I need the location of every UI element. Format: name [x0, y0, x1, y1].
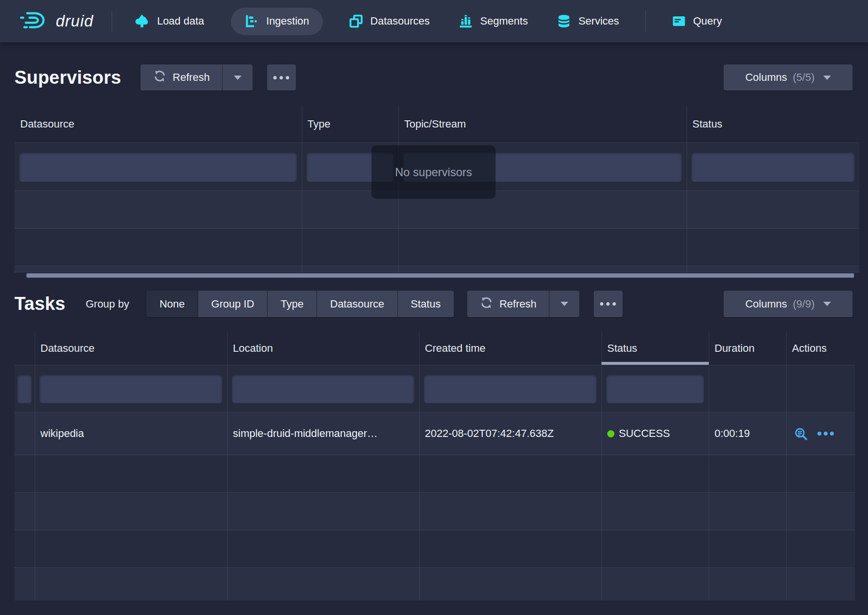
columns-count: (9/9): [793, 298, 815, 310]
nav-item-label: Load data: [157, 15, 204, 27]
chevron-down-icon: [823, 76, 831, 80]
column-header-status[interactable]: Status: [601, 332, 709, 365]
nav-item-label: Ingestion: [266, 15, 309, 27]
no-supervisors-overlay: No supervisors: [371, 145, 496, 199]
column-header-datasource[interactable]: Datasource: [35, 332, 227, 365]
supervisors-columns-button[interactable]: Columns (5/5): [724, 64, 853, 90]
column-header-created-time[interactable]: Created time: [419, 332, 601, 365]
column-header-blank[interactable]: [14, 332, 35, 365]
duration-cell: 0:00:19: [709, 412, 786, 455]
supervisors-refresh-group: Refresh: [140, 64, 253, 90]
refresh-label: Refresh: [499, 298, 536, 310]
group-by-datasource-button[interactable]: Datasource: [317, 291, 397, 317]
group-by-segmented-control: None Group ID Type Datasource Status: [146, 291, 453, 317]
task-detail-magnifier-icon[interactable]: [794, 427, 808, 441]
refresh-icon: [153, 69, 166, 86]
column-header-type[interactable]: Type: [302, 105, 398, 142]
no-supervisors-message: No supervisors: [395, 166, 472, 179]
tasks-columns-button[interactable]: Columns (9/9): [724, 291, 853, 317]
status-success-dot: [607, 430, 614, 437]
group-by-label: Group by: [86, 298, 129, 310]
supervisors-toolbar: Supervisors Refresh Columns: [14, 64, 853, 90]
group-by-group-id-button[interactable]: Group ID: [198, 291, 267, 317]
tasks-refresh-button[interactable]: Refresh: [467, 291, 549, 317]
column-header-topic-stream[interactable]: Topic/Stream: [398, 105, 687, 142]
group-by-none-button[interactable]: None: [146, 291, 198, 317]
tasks-refresh-group: Refresh: [467, 291, 579, 317]
tasks-status-filter-input[interactable]: [606, 374, 704, 403]
sort-indicator: [601, 362, 709, 365]
navbar-divider: [645, 11, 646, 32]
more-icon: [600, 302, 603, 306]
supervisors-horizontal-scrollbar[interactable]: [26, 273, 854, 278]
group-by-type-button[interactable]: Type: [268, 291, 317, 317]
database-icon: [557, 14, 571, 28]
application-icon: [672, 14, 686, 28]
nav-item-label: Datasources: [370, 15, 430, 27]
nav-item-label: Services: [578, 15, 619, 27]
navbar-divider: [112, 11, 112, 32]
empty-table-row: [14, 493, 855, 530]
supervisors-title: Supervisors: [14, 67, 121, 88]
tasks-refresh-dropdown-button[interactable]: [549, 291, 579, 317]
row-index-cell: [14, 412, 35, 455]
task-actions-more-icon[interactable]: [817, 432, 834, 436]
actions-cell: [786, 412, 855, 455]
tasks-blank-filter-input[interactable]: [17, 374, 32, 403]
supervisors-refresh-dropdown-button[interactable]: [222, 64, 253, 90]
more-icon: [280, 76, 283, 79]
column-header-datasource[interactable]: Datasource: [14, 105, 302, 142]
datasource-cell: wikipedia: [35, 412, 227, 455]
status-label: SUCCESS: [619, 427, 670, 440]
task-row-wikipedia: wikipedia simple-druid-middlemanager… 20…: [14, 412, 855, 455]
navbar: druid Load data: [0, 0, 868, 42]
columns-label: Columns: [745, 71, 787, 84]
tasks-datasource-filter-input[interactable]: [39, 374, 222, 403]
stacked-chart-icon: [459, 14, 473, 28]
columns-label: Columns: [745, 298, 787, 310]
empty-table-row: [14, 568, 855, 601]
supervisors-more-button[interactable]: [267, 64, 296, 90]
druid-logo[interactable]: druid: [19, 10, 93, 32]
stacked-squares-icon: [349, 14, 363, 28]
nav-item-datasources[interactable]: Datasources: [345, 14, 434, 28]
tasks-toolbar: Tasks Group by None Group ID Type Dataso…: [14, 291, 853, 317]
column-header-status-label: Status: [607, 342, 637, 355]
empty-table-row: [14, 266, 859, 272]
column-header-duration[interactable]: Duration: [709, 332, 786, 365]
cloud-upload-icon: [134, 13, 150, 29]
group-by-status-button[interactable]: Status: [398, 291, 454, 317]
supervisors-status-filter-input[interactable]: [691, 152, 855, 182]
column-header-actions[interactable]: Actions: [786, 332, 855, 365]
nav-item-label: Query: [693, 15, 722, 27]
tasks-created-time-filter-input[interactable]: [424, 374, 597, 403]
chevron-down-icon: [234, 76, 242, 80]
column-header-location[interactable]: Location: [227, 332, 419, 365]
more-icon: [606, 302, 610, 306]
nav-item-query[interactable]: Query: [668, 14, 726, 28]
columns-count: (5/5): [793, 71, 815, 84]
druid-logo-icon: [19, 10, 49, 32]
supervisors-refresh-button[interactable]: Refresh: [140, 64, 222, 90]
logo-text: druid: [56, 12, 93, 30]
nav-item-segments[interactable]: Segments: [455, 14, 532, 28]
chevron-down-icon: [561, 302, 568, 306]
nav-item-services[interactable]: Services: [553, 14, 623, 28]
more-icon: [286, 76, 289, 79]
nav-item-load-data[interactable]: Load data: [130, 13, 208, 29]
tasks-location-filter-input[interactable]: [232, 374, 414, 403]
empty-table-row: [14, 530, 855, 568]
supervisors-datasource-filter-input[interactable]: [19, 152, 297, 182]
nav-item-ingestion[interactable]: Ingestion: [231, 8, 322, 35]
tasks-more-button[interactable]: [594, 291, 623, 317]
chevron-down-icon: [823, 302, 831, 306]
refresh-label: Refresh: [173, 71, 210, 84]
refresh-icon: [480, 296, 493, 312]
nav-item-label: Segments: [480, 15, 528, 27]
empty-table-row: [14, 455, 855, 493]
tasks-table: Datasource Location Created time Status …: [14, 332, 855, 601]
more-icon: [273, 76, 277, 79]
more-icon: [613, 302, 616, 306]
location-cell: simple-druid-middlemanager…: [227, 412, 419, 455]
column-header-status[interactable]: Status: [687, 105, 859, 142]
